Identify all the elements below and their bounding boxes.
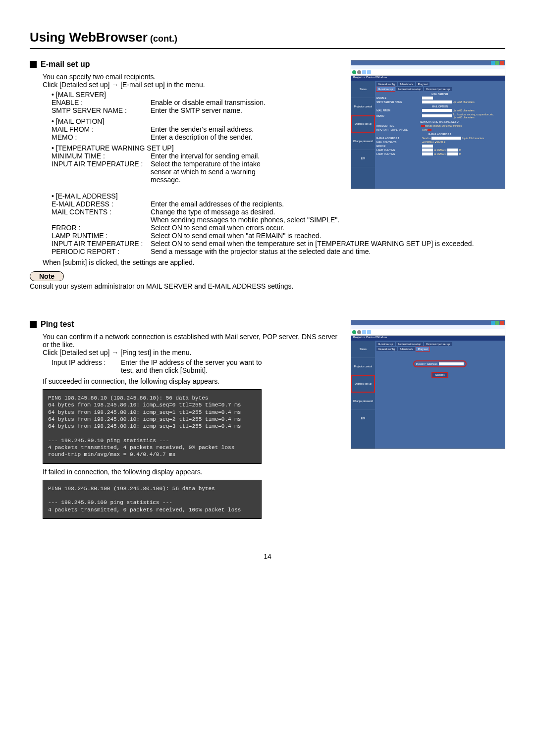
email-browser-screenshot: Projector Control Window Status Projecto… — [351, 60, 505, 189]
lamp2-val[interactable] — [447, 152, 458, 155]
error-select[interactable] — [422, 145, 433, 148]
addr-input[interactable] — [431, 137, 461, 140]
ip-label: Input IP address : — [52, 358, 121, 374]
p-ip-lab: Input IP address — [416, 362, 438, 365]
f-contents: MAIL CONTENTS — [376, 141, 421, 144]
smtp-label: SMTP SERVER NAME : — [52, 106, 151, 114]
side-status[interactable]: Status — [360, 88, 367, 91]
memo-input[interactable] — [422, 114, 452, 117]
f-from: MAIL FROM — [376, 109, 421, 112]
tab-cmd-port[interactable]: Command port set up — [424, 87, 452, 91]
p-side-change-pw[interactable]: Change password — [353, 400, 373, 403]
side-projector[interactable]: Projector control — [354, 105, 372, 108]
pc-window-title-2: Projector Control Window — [351, 336, 505, 341]
error-lab: ERROR : — [52, 224, 151, 232]
title-main: Using WebBrowser — [30, 30, 148, 45]
from-desc: Enter the sender's email address. — [151, 125, 254, 133]
enable-select[interactable] — [422, 97, 433, 100]
error-desc: Select ON to send email when errors occu… — [151, 224, 284, 232]
side-change-pw[interactable]: Change password — [353, 140, 373, 143]
lamp1-val[interactable] — [447, 149, 458, 151]
group-addr: [E-MAIL ADDRESS] — [56, 192, 118, 200]
iat-label: INPUT AIR TEMPERATURE : — [52, 160, 151, 184]
smtp-note: Up to 63 characters — [453, 101, 475, 103]
f-error: ERROR — [376, 145, 421, 148]
square-bullet-icon — [30, 61, 37, 68]
f-enable: ENABLE — [376, 97, 421, 100]
periodic-lab: PERIODIC REPORT : — [52, 248, 151, 255]
from-label: MAIL FROM : — [52, 125, 151, 133]
iat2-lab: INPUT AIR TEMPERATURE : — [52, 240, 151, 248]
iat-desc: Select the temperature of the intake sen… — [151, 160, 279, 184]
ping-success-output: PING 198.245.80.10 (198.245.80.10): 56 d… — [43, 389, 262, 464]
email-setup-section: E-mail set up You can specify two email … — [30, 60, 505, 290]
page-number: 14 — [30, 553, 505, 560]
email-heading: E-mail set up — [41, 60, 90, 69]
side-er[interactable]: E/R — [361, 157, 365, 160]
iat2-desc: Select ON to send email when the tempera… — [151, 240, 474, 248]
pc-window-title: Projector Control Window — [351, 76, 505, 81]
addr-desc: Enter the email addresses of the recipie… — [151, 200, 284, 208]
p-tab-email[interactable]: E-mail set up — [376, 342, 395, 346]
p-tab-clock[interactable]: Adjust clock — [398, 347, 415, 351]
p-tab-net[interactable]: Network config — [376, 347, 397, 351]
tab-email-setup[interactable]: E-mail set up — [376, 87, 395, 91]
f-min: MINIMUM TIME — [376, 124, 421, 127]
tab-adjust-clock[interactable]: Adjust clock — [398, 82, 415, 86]
from-input[interactable] — [422, 109, 452, 112]
min-label: MINIMUM TIME : — [52, 152, 151, 160]
group-temp-warn: [TEMPERATURE WARNING SET UP] — [56, 144, 174, 152]
tab-network-config[interactable]: Network config — [376, 82, 397, 86]
contents-lab: MAIL CONTENTS : — [52, 208, 151, 224]
email-intro-1: You can specify two email recipients. — [43, 73, 341, 81]
group-mail-server: [MAIL SERVER] — [56, 91, 106, 99]
minimize-icon — [491, 321, 495, 325]
submit-note: When [submit] is clicked, the settings a… — [43, 258, 505, 266]
addr-note: Up to 63 characters — [462, 137, 484, 140]
p-tab-auth[interactable]: Authentication set up — [396, 342, 423, 346]
title-cont: (cont.) — [148, 34, 177, 44]
min-unit: minute interval — [425, 124, 441, 127]
lamp1-h: H — [459, 149, 461, 151]
contents-opts[interactable]: ●NORMAL ●SIMPLE — [422, 141, 445, 144]
side-detailed[interactable]: Detailed set up — [355, 122, 371, 125]
ping-intro-2: Click [Detailed set up] → [Ping test] in… — [43, 349, 341, 356]
p-tab-cmd[interactable]: Command port set up — [424, 342, 452, 346]
lamp2-h: H — [459, 152, 461, 155]
lamp2-select[interactable] — [422, 152, 433, 155]
ping-browser-screenshot: Projector Control Window Status Projecto… — [351, 320, 505, 449]
p-ip-input[interactable] — [439, 362, 464, 365]
enable-desc: Enable or disable email transmission. — [151, 99, 266, 106]
title-rule — [30, 48, 505, 49]
p-side-projector[interactable]: Projector control — [354, 365, 372, 368]
ping-heading: Ping test — [41, 320, 74, 329]
ping-test-section: Ping test You can confirm if a network c… — [30, 320, 505, 523]
hdr-temp: TEMPERATURE WARNING SET UP — [376, 120, 503, 123]
note-pill: Note — [30, 271, 64, 281]
square-bullet-icon — [30, 321, 37, 328]
addr-send: Send to — [422, 137, 430, 140]
p-side-detailed[interactable]: Detailed set up — [355, 382, 371, 385]
p-side-status[interactable]: Status — [360, 348, 367, 351]
tab-auth-setup[interactable]: Authentication set up — [396, 87, 423, 91]
enable-label: ENABLE : — [52, 99, 151, 106]
p-side-er[interactable]: E/R — [361, 417, 365, 420]
ping-form-oval: Input IP address — [414, 361, 466, 366]
iat-over: Over — [422, 128, 428, 131]
smtp-input[interactable] — [422, 101, 452, 103]
lamp1-select[interactable] — [422, 149, 433, 151]
memo-note: Ex. location, country, corporation, etc.… — [453, 113, 494, 119]
tab-ping-test[interactable]: Ping test — [416, 82, 429, 86]
lamp2-rem: at REMAIN — [434, 152, 446, 155]
p-tab-ping[interactable]: Ping test — [416, 347, 429, 351]
contents-desc: Change the type of message as desired. W… — [151, 208, 339, 224]
page-title: Using WebBrowser (cont.) — [30, 30, 505, 45]
ip-desc: Enter the IP address of the server you w… — [121, 358, 269, 374]
close-icon — [500, 321, 504, 325]
group-mail-option: [MAIL OPTION] — [56, 117, 105, 125]
ping-submit-button[interactable]: Submit — [432, 373, 448, 377]
addr-lab: E-MAIL ADDRESS : — [52, 200, 151, 208]
memo-label: MEMO : — [52, 133, 151, 141]
f-addr: E-MAIL ADDRESS 1 — [376, 137, 421, 140]
hdr-mail-option: MAIL OPTION — [376, 105, 503, 108]
